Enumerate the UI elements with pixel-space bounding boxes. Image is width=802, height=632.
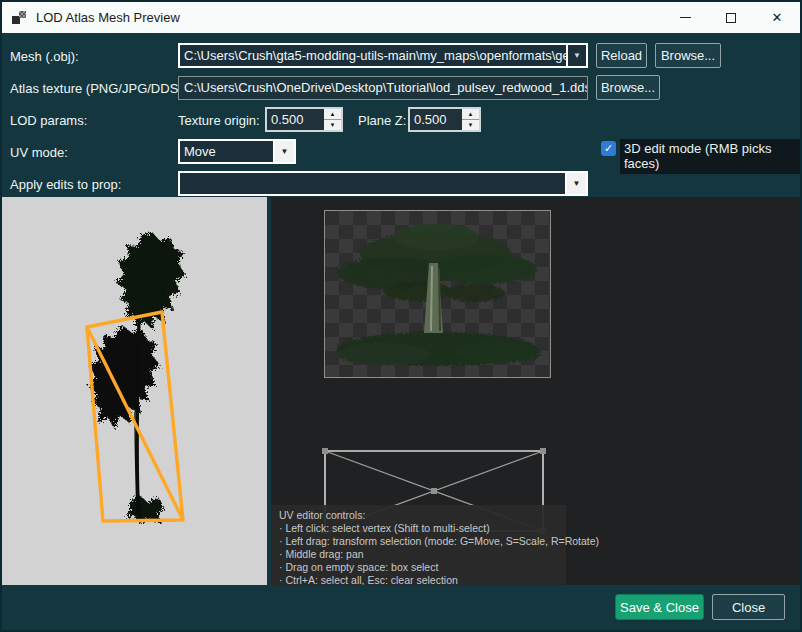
uv-mode-combobox[interactable]: Move ▼ [178,139,296,164]
mesh-path-combobox[interactable]: C:\Users\Crush\gta5-modding-utils-main\m… [178,43,588,68]
uv-help-title: UV editor controls: [279,509,558,522]
spin-down-icon[interactable]: ▼ [462,120,479,130]
chevron-down-icon[interactable]: ▼ [273,141,294,162]
close-icon: ✕ [772,10,783,25]
texture-origin-spinner[interactable]: 0.500 ▲ ▼ [265,107,343,132]
window-title: LOD Atlas Mesh Preview [36,10,180,25]
spin-up-icon[interactable]: ▲ [324,109,341,120]
uv-help-line: · Middle drag: pan [279,548,558,561]
spin-down-icon[interactable]: ▼ [324,120,341,130]
tree-mesh-render [2,197,267,585]
chevron-down-icon[interactable]: ▼ [565,173,586,194]
save-close-button[interactable]: Save & Close [615,594,704,620]
chevron-down-icon[interactable]: ▼ [566,45,586,66]
atlas-path-input[interactable]: C:\Users\Crush\OneDrive\Desktop\Tutorial… [178,76,588,100]
edit3d-checkbox[interactable]: ✓ [601,141,616,156]
edit3d-checkbox-label[interactable]: 3D edit mode (RMB picks faces) [620,139,802,174]
uv-mode-value: Move [180,141,273,162]
uv-controls-help-overlay: UV editor controls: · Left click: select… [271,505,566,585]
apply-edits-value [180,173,565,194]
minimize-button[interactable] [662,2,708,33]
reload-button[interactable]: Reload [596,43,647,68]
mesh-label: Mesh (.obj): [10,49,79,64]
apply-edits-combobox[interactable]: ▼ [178,171,588,196]
maximize-icon [726,13,736,23]
lod-atlas-mesh-preview-window: LOD Atlas Mesh Preview ✕ Mesh (.obj): C:… [0,0,802,632]
app-icon [12,11,26,25]
apply-edits-label: Apply edits to prop: [10,177,121,192]
mesh-path-value: C:\Users\Crush\gta5-modding-utils-main\m… [180,45,566,66]
close-button[interactable]: ✕ [754,2,800,33]
texture-origin-value[interactable]: 0.500 [267,109,324,130]
maximize-button[interactable] [708,2,754,33]
uv-help-line: · Drag on empty space: box select [279,561,558,574]
minimize-icon [680,17,691,18]
atlas-browse-button[interactable]: Browse... [596,75,660,100]
mesh-3d-preview-canvas[interactable] [2,197,267,585]
atlas-label: Atlas texture (PNG/JPG/DDS): [10,81,186,96]
plane-z-label: Plane Z: [358,113,406,128]
mesh-browse-button[interactable]: Browse... [655,43,721,68]
titlebar[interactable]: LOD Atlas Mesh Preview ✕ [2,2,800,33]
uv-help-line: · Left click: select vertex (Shift to mu… [279,522,558,535]
uv-help-line: · Left drag: transform selection (mode: … [279,535,558,548]
plane-z-spinner[interactable]: 0.500 ▲ ▼ [408,107,481,132]
uv-editor-canvas[interactable]: UV editor controls: · Left click: select… [271,197,800,585]
footer-close-button[interactable]: Close [712,594,785,620]
checkmark-icon: ✓ [604,142,613,155]
uv-help-line: · Ctrl+A: select all, Esc: clear selecti… [279,574,558,585]
uv-mode-label: UV mode: [10,145,68,160]
spin-up-icon[interactable]: ▲ [462,109,479,120]
plane-z-value[interactable]: 0.500 [410,109,462,130]
lod-params-label: LOD params: [10,113,87,128]
texture-origin-label: Texture origin: [178,113,260,128]
